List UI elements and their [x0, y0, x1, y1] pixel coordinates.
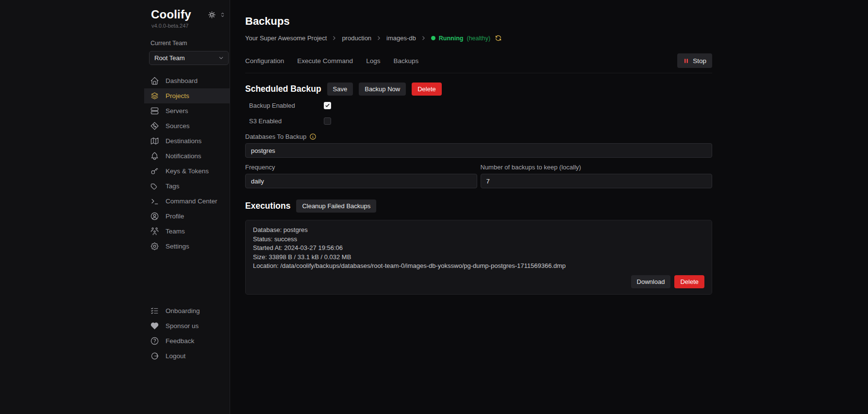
sun-icon[interactable]: [208, 11, 216, 19]
execution-location: Location: /data/coolify/backups/database…: [253, 262, 704, 271]
sidebar-item-label: Settings: [166, 243, 189, 250]
s3-enabled-row: S3 Enabled: [245, 115, 712, 127]
page-title: Backups: [245, 15, 712, 28]
breadcrumb-project[interactable]: Your Super Awesome Project: [245, 34, 327, 42]
backup-enabled-row: Backup Enabled: [245, 99, 712, 111]
breadcrumb: Your Super Awesome Project production im…: [245, 34, 712, 42]
execution-database: Database: postgres: [253, 226, 704, 235]
team-select[interactable]: Root Team: [149, 51, 229, 65]
server-icon: [150, 106, 159, 116]
frequency-label: Frequency: [245, 164, 477, 171]
git-source-icon: [150, 121, 159, 131]
stop-button-label: Stop: [693, 57, 706, 65]
s3-enabled-label: S3 Enabled: [249, 117, 324, 125]
sidebar-item-feedback[interactable]: Feedback: [144, 333, 230, 348]
backup-enabled-checkbox[interactable]: [324, 102, 331, 109]
backup-now-button[interactable]: Backup Now: [359, 83, 406, 96]
sidebar-item-destinations[interactable]: Destinations: [144, 133, 230, 149]
sidebar-item-tags[interactable]: Tags: [144, 179, 230, 194]
checklist-icon: [150, 306, 159, 315]
sidebar-item-command-center[interactable]: Command Center: [144, 194, 230, 209]
execution-started-at: Started At: 2024-03-27 19:56:06: [253, 244, 704, 253]
download-button[interactable]: Download: [631, 275, 671, 288]
map-icon: [150, 136, 159, 146]
cleanup-failed-backups-button[interactable]: Cleanup Failed Backups: [296, 199, 376, 213]
current-team-label: Current Team: [144, 40, 230, 47]
sidebar-footer-nav: Onboarding Sponsor us Feedback Logout: [144, 303, 230, 364]
terminal-icon: [150, 197, 159, 206]
scheduled-backup-header: Scheduled Backup Save Backup Now Delete: [245, 83, 712, 96]
tag-icon: [150, 182, 159, 191]
backup-enabled-label: Backup Enabled: [249, 102, 324, 109]
chevron-right-icon: [331, 35, 337, 41]
bell-icon: [150, 151, 159, 161]
sidebar-item-teams[interactable]: Teams: [144, 224, 230, 239]
sidebar-item-logout[interactable]: Logout: [144, 348, 230, 364]
key-icon: [150, 166, 159, 176]
theme-selector-icon[interactable]: [219, 12, 226, 18]
sidebar-item-onboarding[interactable]: Onboarding: [144, 303, 230, 318]
gear-icon: [150, 242, 159, 251]
s3-enabled-checkbox[interactable]: [324, 117, 331, 125]
sidebar-item-servers[interactable]: Servers: [144, 103, 230, 118]
breadcrumb-environment[interactable]: production: [342, 34, 371, 42]
sidebar-item-label: Teams: [166, 228, 185, 235]
execution-item: Database: postgres Status: success Start…: [245, 220, 712, 295]
backups-to-keep-input[interactable]: [481, 174, 713, 188]
refresh-icon[interactable]: [495, 34, 502, 42]
sidebar-item-label: Tags: [166, 182, 180, 190]
app-window: Coolify v4.0.0-beta.247 Current Team Roo…: [0, 0, 868, 414]
sidebar-item-keys-tokens[interactable]: Keys & Tokens: [144, 164, 230, 179]
sidebar-item-sources[interactable]: Sources: [144, 118, 230, 133]
breadcrumb-resource[interactable]: images-db: [386, 34, 416, 42]
status-badge: Running (healthy): [431, 35, 490, 42]
sidebar-item-notifications[interactable]: Notifications: [144, 149, 230, 164]
info-icon[interactable]: [309, 133, 317, 140]
sidebar-item-label: Profile: [166, 213, 184, 220]
sidebar-item-sponsor[interactable]: Sponsor us: [144, 318, 230, 333]
delete-schedule-button[interactable]: Delete: [412, 83, 442, 96]
user-circle-icon: [150, 212, 159, 221]
sidebar: Coolify v4.0.0-beta.247 Current Team Roo…: [0, 0, 230, 414]
chevron-right-icon: [376, 35, 382, 41]
databases-to-backup-row: Databases To Backup: [245, 133, 712, 140]
execution-size: Size: 33898 B / 33.1 kB / 0.032 MB: [253, 253, 704, 262]
sidebar-item-projects[interactable]: Projects: [144, 88, 230, 103]
users-group-icon: [150, 227, 159, 236]
executions-title: Executions: [245, 201, 290, 211]
sidebar-item-label: Command Center: [166, 198, 217, 205]
app-logo: Coolify: [151, 8, 191, 21]
sidebar-item-label: Destinations: [166, 137, 201, 145]
save-button[interactable]: Save: [327, 83, 353, 96]
tab-logs[interactable]: Logs: [366, 57, 380, 65]
sidebar-item-profile[interactable]: Profile: [144, 209, 230, 224]
help-circle-icon: [150, 336, 159, 346]
main-area: Backups Your Super Awesome Project produ…: [230, 0, 868, 414]
home-icon: [150, 76, 159, 85]
execution-status: Status: success: [253, 235, 704, 244]
sidebar-item-label: Sources: [166, 122, 190, 130]
status-health: (healthy): [467, 35, 491, 42]
sidebar-item-label: Logout: [166, 352, 185, 360]
delete-execution-button[interactable]: Delete: [674, 275, 704, 288]
databases-to-backup-input[interactable]: [245, 143, 712, 158]
databases-to-backup-label: Databases To Backup: [245, 133, 306, 140]
sidebar-item-label: Onboarding: [166, 307, 200, 315]
stop-button[interactable]: Stop: [677, 53, 712, 68]
sidebar-item-dashboard[interactable]: Dashboard: [144, 73, 230, 88]
resource-tabs: Configuration Execute Command Logs Backu…: [245, 53, 712, 73]
sidebar-item-label: Notifications: [166, 152, 201, 160]
team-select-value: Root Team: [154, 54, 185, 62]
frequency-input[interactable]: [245, 174, 477, 188]
logout-icon: [150, 351, 159, 361]
tab-execute-command[interactable]: Execute Command: [297, 57, 353, 65]
sidebar-item-label: Sponsor us: [166, 322, 199, 330]
sidebar-item-settings[interactable]: Settings: [144, 239, 230, 254]
chevron-down-icon: [218, 55, 224, 61]
scheduled-backup-title: Scheduled Backup: [245, 84, 321, 94]
tab-backups[interactable]: Backups: [393, 57, 418, 65]
status-label: Running: [439, 35, 464, 42]
layers-icon: [150, 91, 159, 100]
tab-configuration[interactable]: Configuration: [245, 57, 284, 65]
sidebar-item-label: Projects: [166, 92, 189, 99]
